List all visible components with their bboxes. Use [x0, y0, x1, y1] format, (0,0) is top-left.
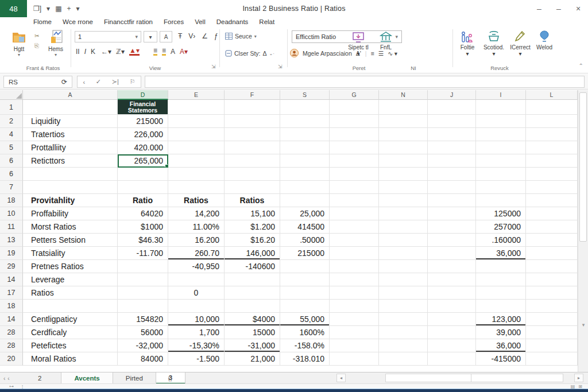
cell-L-28[interactable] — [526, 326, 578, 339]
sheet-tab-avcents[interactable]: Avcents — [61, 372, 113, 384]
cell-E-10[interactable]: 14,200 — [168, 207, 225, 220]
bold-button[interactable]: II — [76, 48, 80, 56]
cell-I-1[interactable] — [476, 100, 526, 115]
cell-E-6[interactable] — [168, 168, 225, 181]
cell-L-7[interactable] — [526, 181, 578, 194]
row-header-18[interactable]: 18 — [0, 194, 23, 207]
cell-G-1[interactable] — [330, 100, 379, 115]
cell-A-6[interactable]: Reticttors — [23, 154, 118, 168]
cell-N-6[interactable] — [379, 168, 428, 181]
column-header-N[interactable]: N — [379, 90, 428, 100]
cell-A-7[interactable] — [23, 181, 118, 194]
cell-G-13[interactable] — [330, 234, 379, 247]
cell-A-14[interactable]: Leverage — [23, 273, 118, 286]
cell-A-13[interactable]: Petters Setsion — [23, 234, 118, 247]
cell-S-18[interactable] — [280, 300, 330, 313]
cell-L-18[interactable] — [526, 194, 578, 207]
cell-L-20[interactable] — [526, 352, 578, 366]
cell-J-1[interactable] — [428, 100, 476, 115]
cell-F-6[interactable] — [225, 168, 280, 181]
cell-I-14[interactable] — [476, 273, 526, 286]
cell-J-17[interactable] — [428, 286, 476, 300]
underline-button[interactable]: K — [91, 48, 95, 56]
scroll-left-icon[interactable]: ◂ — [336, 374, 346, 382]
cell-E-7[interactable] — [168, 181, 225, 194]
cell-D-18[interactable]: Ratio — [118, 194, 168, 207]
cell-J-11[interactable] — [428, 220, 476, 234]
cell-J-13[interactable] — [428, 234, 476, 247]
sheet-prev-icon[interactable]: ‹ — [3, 375, 5, 382]
column-header-L[interactable]: L — [526, 90, 578, 100]
cell-I-7[interactable] — [476, 181, 526, 194]
cell-F-2[interactable] — [225, 115, 280, 128]
cell-L-5[interactable] — [526, 141, 578, 154]
cell-J-2[interactable] — [428, 115, 476, 128]
cell-E-11[interactable]: 11.00% — [168, 220, 225, 234]
cell-L-14[interactable] — [526, 273, 578, 286]
cell-J-14[interactable] — [428, 313, 476, 326]
align-left-icon[interactable]: ≡ — [153, 48, 157, 56]
welod-button[interactable]: Welod — [531, 29, 558, 51]
cell-D-1[interactable]: FinancialStatemors — [118, 100, 168, 115]
cell-E-18[interactable]: Ratios — [168, 194, 225, 207]
cell-A-5[interactable]: Prottalliity — [23, 141, 118, 154]
cell-E-20[interactable]: -1.500 — [168, 352, 225, 366]
cell-E-5[interactable] — [168, 141, 225, 154]
cell-G-18[interactable] — [330, 300, 379, 313]
row-header-5[interactable]: 5 — [0, 141, 23, 154]
cell-N-6[interactable] — [379, 154, 428, 168]
column-header-A[interactable]: A — [23, 90, 118, 100]
cell-A-14[interactable]: Centligpaticy — [23, 313, 118, 326]
cell-A-28[interactable]: Cerdficaly — [23, 326, 118, 339]
dialog-launcher-icon[interactable]: ⇲ — [278, 64, 283, 69]
scrollbar-thumb[interactable] — [579, 92, 587, 242]
icerrect-button[interactable]: ICerrect ▾ — [506, 29, 534, 57]
fnfl-button[interactable]: FnfL — [372, 29, 400, 51]
cell-S-2[interactable] — [280, 115, 330, 128]
cell-D-4[interactable]: 226,000 — [118, 128, 168, 141]
source-button[interactable]: Seuce ▾ — [225, 33, 257, 40]
column-header-I[interactable]: I — [476, 90, 526, 100]
cell-G-29[interactable] — [330, 260, 379, 273]
horizontal-scrollbar[interactable]: ◂ ▸ — [336, 374, 583, 382]
enter-icon[interactable]: ✓ — [96, 78, 101, 86]
column-header-D[interactable]: D — [118, 90, 168, 100]
cell-D-6[interactable] — [118, 168, 168, 181]
cell-F-14[interactable]: $4000 — [225, 313, 280, 326]
cell-N-18[interactable] — [379, 194, 428, 207]
insert-function-icon[interactable]: ≻| — [112, 78, 119, 86]
cell-S-11[interactable]: 414500 — [280, 220, 330, 234]
cell-A-18[interactable]: Provitahlity — [23, 194, 118, 207]
row-header-1[interactable]: 1 — [0, 100, 23, 115]
cell-G-17[interactable] — [330, 286, 379, 300]
cell-I-4[interactable] — [476, 128, 526, 141]
cell-F-17[interactable] — [225, 286, 280, 300]
hgtt-button[interactable]: Hgtt ▾ — [6, 29, 32, 57]
cell-I-28[interactable]: 36,000 — [476, 339, 526, 352]
clear-style-button[interactable]: Clser Sty: Δ ⌄· — [225, 50, 274, 57]
name-box[interactable]: RS ⟳ — [3, 76, 72, 88]
cell-L-28[interactable] — [526, 339, 578, 352]
cell-E-6[interactable] — [168, 154, 225, 168]
cell-I-17[interactable] — [476, 286, 526, 300]
italic-button[interactable]: I — [84, 48, 86, 56]
scrollbar-track[interactable] — [385, 374, 563, 382]
cell-D-29[interactable] — [118, 260, 168, 273]
row-header-7[interactable]: 7 — [0, 181, 23, 194]
row-header-28[interactable]: 28 — [0, 326, 23, 339]
cell-G-6[interactable] — [330, 154, 379, 168]
cell-S-28[interactable]: -158.0% — [280, 339, 330, 352]
row-header-10[interactable]: 10 — [0, 207, 23, 220]
scroll-down-icon[interactable]: ▾ — [578, 322, 588, 328]
cell-N-18[interactable] — [379, 300, 428, 313]
cell-E-14[interactable]: 10,000 — [168, 313, 225, 326]
sheet-first-icon[interactable]: ‹ — [7, 375, 9, 382]
cell-S-7[interactable] — [280, 181, 330, 194]
cell-J-6[interactable] — [428, 154, 476, 168]
cell-L-14[interactable] — [526, 313, 578, 326]
cell-D-17[interactable] — [118, 286, 168, 300]
cell-J-4[interactable] — [428, 128, 476, 141]
sheet-tab-pirted[interactable]: Pirted — [113, 372, 156, 384]
cell-A-11[interactable]: Morst Ratios — [23, 220, 118, 234]
cell-I-2[interactable] — [476, 115, 526, 128]
